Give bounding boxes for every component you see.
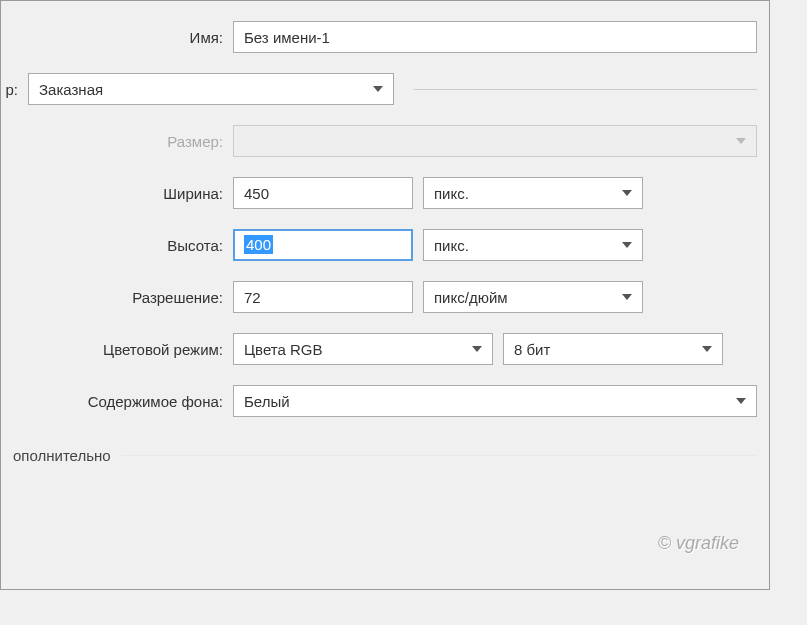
chevron-down-icon [622, 190, 632, 196]
width-input[interactable] [233, 177, 413, 209]
width-unit-select[interactable]: пикс. [423, 177, 643, 209]
preset-label: р: [3, 81, 18, 98]
chevron-down-icon [736, 398, 746, 404]
color-mode-value: Цвета RGB [244, 341, 322, 358]
size-row: Размер: [13, 125, 757, 157]
color-mode-select[interactable]: Цвета RGB [233, 333, 493, 365]
chevron-down-icon [702, 346, 712, 352]
height-value-selected: 400 [244, 235, 273, 254]
divider [121, 455, 757, 456]
name-row: Имя: [13, 21, 757, 53]
size-label: Размер: [13, 133, 223, 150]
size-select [233, 125, 757, 157]
width-unit-value: пикс. [434, 185, 469, 202]
watermark: © vgrafike [658, 533, 739, 554]
width-label: Ширина: [13, 185, 223, 202]
background-select[interactable]: Белый [233, 385, 757, 417]
background-value: Белый [244, 393, 290, 410]
advanced-section: ополнительно [13, 447, 757, 464]
width-row: Ширина: пикс. [13, 177, 757, 209]
bit-depth-select[interactable]: 8 бит [503, 333, 723, 365]
advanced-label: ополнительно [13, 447, 111, 464]
bit-depth-value: 8 бит [514, 341, 550, 358]
name-input[interactable] [233, 21, 757, 53]
color-mode-label: Цветовой режим: [13, 341, 223, 358]
height-label: Высота: [13, 237, 223, 254]
preset-value: Заказная [39, 81, 103, 98]
divider [414, 89, 758, 90]
name-label: Имя: [13, 29, 223, 46]
resolution-label: Разрешение: [13, 289, 223, 306]
chevron-down-icon [373, 86, 383, 92]
background-row: Содержимое фона: Белый [13, 385, 757, 417]
chevron-down-icon [622, 242, 632, 248]
chevron-down-icon [472, 346, 482, 352]
background-label: Содержимое фона: [13, 393, 223, 410]
height-unit-value: пикс. [434, 237, 469, 254]
height-unit-select[interactable]: пикс. [423, 229, 643, 261]
height-row: Высота: 400 пикс. [13, 229, 757, 261]
chevron-down-icon [622, 294, 632, 300]
new-document-panel: Имя: р: Заказная Размер: Ширина: пикс. В… [0, 0, 770, 590]
resolution-unit-select[interactable]: пикс/дюйм [423, 281, 643, 313]
color-mode-row: Цветовой режим: Цвета RGB 8 бит [13, 333, 757, 365]
resolution-input[interactable] [233, 281, 413, 313]
resolution-unit-value: пикс/дюйм [434, 289, 508, 306]
preset-select[interactable]: Заказная [28, 73, 394, 105]
preset-row: р: Заказная [3, 73, 757, 105]
height-input[interactable]: 400 [233, 229, 413, 261]
chevron-down-icon [736, 138, 746, 144]
resolution-row: Разрешение: пикс/дюйм [13, 281, 757, 313]
